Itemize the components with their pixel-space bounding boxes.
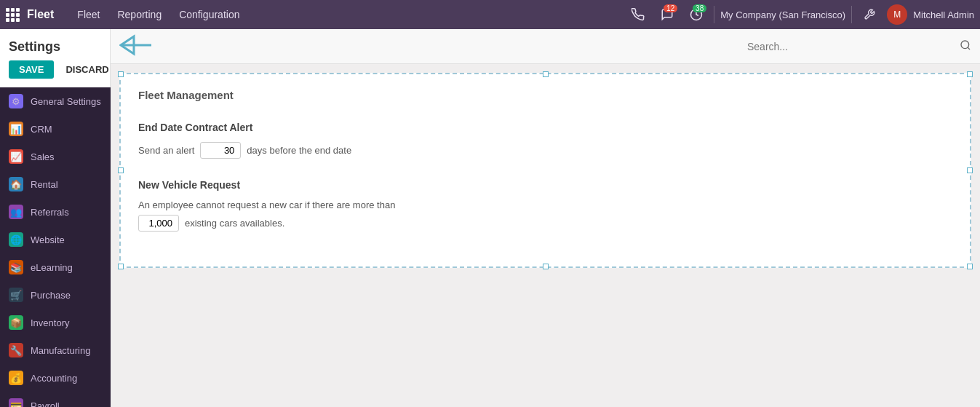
chat-badge: 12 bbox=[664, 4, 677, 12]
sidebar-item-payroll[interactable]: 💳 Payroll bbox=[0, 392, 111, 407]
sidebar-item-manufacturing[interactable]: 🔧 Manufacturing bbox=[0, 336, 111, 364]
referrals-icon: 👥 bbox=[9, 205, 23, 219]
sidebar-label-referrals: Referrals bbox=[31, 207, 69, 218]
sidebar-label-manufacturing: Manufacturing bbox=[31, 345, 90, 356]
sidebar-label-website: Website bbox=[31, 234, 65, 245]
svg-point-3 bbox=[961, 41, 969, 49]
payroll-icon: 💳 bbox=[9, 398, 23, 407]
settings-title: Settings bbox=[0, 29, 110, 60]
sidebar-item-inventory[interactable]: 📦 Inventory bbox=[0, 309, 111, 336]
fleet-management-section: Fleet Management End Date Contract Alert… bbox=[119, 73, 971, 268]
cars-input[interactable] bbox=[138, 215, 179, 232]
sidebar-item-sales[interactable]: 📈 Sales bbox=[0, 143, 111, 170]
sidebar-item-website[interactable]: 🌐 Website bbox=[0, 226, 111, 253]
avatar[interactable]: M bbox=[887, 4, 907, 25]
sidebar-label-crm: CRM bbox=[31, 124, 52, 135]
top-nav-menu: Fleet Reporting Configuration bbox=[68, 0, 248, 29]
main-content: Fleet Management End Date Contract Alert… bbox=[111, 29, 980, 407]
resize-handle-bm[interactable] bbox=[543, 264, 549, 269]
discard-button[interactable]: DISCARD bbox=[60, 60, 111, 79]
end-date-contract-alert-title: End Date Contract Alert bbox=[138, 122, 952, 133]
manufacturing-icon: 🔧 bbox=[9, 343, 23, 357]
resize-handle-tl[interactable] bbox=[118, 71, 124, 77]
clock-icon[interactable]: 38 bbox=[685, 3, 708, 26]
nav-separator2 bbox=[851, 6, 852, 23]
sidebar-label-accounting: Accounting bbox=[31, 373, 77, 384]
sidebar-label-rental: Rental bbox=[31, 179, 58, 190]
accounting-icon: 💰 bbox=[9, 371, 23, 385]
layout: Settings SAVE DISCARD ⚙ General Settings… bbox=[0, 29, 980, 407]
vehicle-description-prefix: An employee cannot request a new car if … bbox=[138, 199, 395, 210]
search-icon[interactable] bbox=[960, 39, 971, 53]
user-name[interactable]: Mitchell Admin bbox=[913, 9, 974, 20]
days-input[interactable] bbox=[200, 142, 241, 159]
nav-separator bbox=[714, 6, 714, 23]
sidebar-item-purchase[interactable]: 🛒 Purchase bbox=[0, 281, 111, 309]
sidebar-label-general-settings: General Settings bbox=[31, 96, 101, 107]
grid-icon[interactable] bbox=[6, 8, 20, 22]
sidebar-label-elearning: eLearning bbox=[31, 262, 73, 273]
save-button[interactable]: SAVE bbox=[9, 60, 54, 79]
resize-handle-ml[interactable] bbox=[118, 167, 124, 173]
nav-fleet[interactable]: Fleet bbox=[68, 0, 108, 29]
search-input[interactable] bbox=[741, 38, 960, 55]
sidebar-item-accounting[interactable]: 💰 Accounting bbox=[0, 364, 111, 392]
resize-handle-tr[interactable] bbox=[967, 71, 973, 77]
top-nav: Fleet Fleet Reporting Configuration 12 3… bbox=[0, 0, 980, 29]
send-alert-suffix: days before the end date bbox=[247, 145, 351, 156]
sidebar-item-general-settings[interactable]: ⚙ General Settings bbox=[0, 87, 111, 115]
general-settings-icon: ⚙ bbox=[9, 94, 23, 108]
send-alert-prefix: Send an alert bbox=[138, 145, 194, 156]
sidebar-item-elearning[interactable]: 📚 eLearning bbox=[0, 253, 111, 281]
resize-handle-mr[interactable] bbox=[967, 167, 973, 173]
new-vehicle-request-row: An employee cannot request a new car if … bbox=[138, 199, 952, 210]
sidebar-item-referrals[interactable]: 👥 Referrals bbox=[0, 198, 111, 226]
chat-icon[interactable]: 12 bbox=[656, 3, 679, 26]
sidebar-label-sales: Sales bbox=[31, 151, 55, 162]
fleet-management-title: Fleet Management bbox=[138, 89, 952, 107]
company-name[interactable]: My Company (San Francisco) bbox=[720, 9, 845, 20]
sidebar-label-payroll: Payroll bbox=[31, 400, 60, 408]
resize-handle-bl[interactable] bbox=[118, 264, 124, 269]
new-vehicle-request-row2: existing cars availables. bbox=[138, 215, 952, 232]
sidebar: Settings SAVE DISCARD ⚙ General Settings… bbox=[0, 29, 111, 407]
back-arrow[interactable] bbox=[119, 33, 154, 59]
elearning-icon: 📚 bbox=[9, 260, 23, 274]
nav-reporting[interactable]: Reporting bbox=[108, 0, 170, 29]
purchase-icon: 🛒 bbox=[9, 288, 23, 302]
tools-icon[interactable] bbox=[858, 3, 881, 26]
settings-buttons: SAVE DISCARD bbox=[0, 60, 110, 87]
crm-icon: 📊 bbox=[9, 122, 23, 136]
rental-icon: 🏠 bbox=[9, 177, 23, 191]
sidebar-label-inventory: Inventory bbox=[31, 317, 69, 328]
sidebar-label-purchase: Purchase bbox=[31, 290, 71, 301]
settings-panel: Settings SAVE DISCARD bbox=[0, 29, 111, 87]
website-icon: 🌐 bbox=[9, 232, 23, 247]
new-vehicle-request-title: New Vehicle Request bbox=[138, 179, 952, 191]
app-name[interactable]: Fleet bbox=[27, 8, 54, 21]
sales-icon: 📈 bbox=[9, 149, 23, 164]
end-date-contract-alert-group: End Date Contract Alert Send an alert da… bbox=[138, 122, 952, 159]
phone-icon[interactable] bbox=[626, 3, 650, 26]
resize-handle-br[interactable] bbox=[967, 264, 973, 269]
sidebar-item-crm[interactable]: 📊 CRM bbox=[0, 115, 111, 143]
svg-line-4 bbox=[968, 47, 970, 50]
vehicle-description-suffix: existing cars availables. bbox=[185, 218, 284, 229]
resize-handle-tm[interactable] bbox=[543, 71, 549, 77]
main-header bbox=[111, 29, 980, 64]
new-vehicle-request-group: New Vehicle Request An employee cannot r… bbox=[138, 179, 952, 232]
search-bar bbox=[741, 38, 971, 55]
end-date-contract-alert-row: Send an alert days before the end date bbox=[138, 142, 952, 159]
nav-configuration[interactable]: Configuration bbox=[170, 0, 248, 29]
inventory-icon: 📦 bbox=[9, 315, 23, 330]
clock-badge: 38 bbox=[693, 4, 706, 12]
content-area: Fleet Management End Date Contract Alert… bbox=[111, 64, 980, 407]
sidebar-item-rental[interactable]: 🏠 Rental bbox=[0, 170, 111, 198]
